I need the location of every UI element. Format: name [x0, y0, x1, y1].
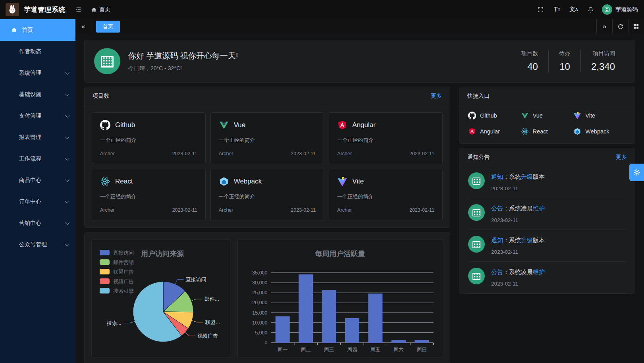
notice-date: 2023-02-11 [491, 281, 545, 287]
project-card-vue[interactable]: Vue 一个正经的简介 Archer 2023-02-11 [210, 112, 324, 164]
project-card-angular[interactable]: Angular 一个正经的简介 Archer 2023-02-11 [329, 112, 443, 164]
sidebar-item-system[interactable]: 系统管理 [0, 62, 75, 84]
greeting-card: 你好 芋道源码 祝你开心每一天! 今日晴，20°C - 32°C! 项目数 40… [84, 40, 635, 83]
svg-text:搜索...: 搜索... [106, 320, 121, 326]
tabs-scroll-right-button[interactable]: » [596, 19, 612, 34]
breadcrumb-label: 首页 [99, 6, 110, 13]
vite-icon [337, 176, 347, 187]
charts-card: 用户访问来源直接访问邮件营销联盟广告视频广告搜索引擎直接访问邮件...联盟...… [84, 232, 450, 363]
shortcut-angular[interactable]: Angular [468, 127, 521, 135]
main-content: 你好 芋道源码 祝你开心每一天! 今日晴，20°C - 32°C! 项目数 40… [75, 34, 644, 363]
notice-date: 2023-02-11 [491, 217, 545, 223]
project-date: 2023-02-11 [172, 151, 197, 156]
notices-more-link[interactable]: 更多 [616, 154, 627, 161]
notice-item[interactable]: 公告：系统凌晨维护 2023-02-11 [468, 262, 626, 293]
project-author: Archer [337, 207, 352, 213]
svg-text:30,000: 30,000 [252, 280, 267, 286]
sidebar-item-infra[interactable]: 基础设施 [0, 84, 75, 105]
chevron-down-icon [65, 92, 69, 96]
profile-qr-avatar [94, 48, 120, 74]
svg-text:联盟...: 联盟... [205, 319, 220, 325]
github-icon [468, 112, 476, 120]
fullscreen-icon[interactable] [534, 3, 547, 16]
chevron-down-icon [65, 156, 69, 160]
project-date: 2023-02-11 [409, 207, 434, 213]
username: 芋道源码 [615, 6, 638, 13]
sidebar-item-report[interactable]: 报表管理 [0, 127, 75, 148]
user-menu[interactable]: 芋道源码 [602, 4, 638, 15]
menu-fold-icon[interactable] [75, 6, 82, 13]
project-card-vite[interactable]: Vite 一个正经的简介 Archer 2023-02-11 [329, 169, 443, 220]
breadcrumb[interactable]: 首页 [91, 6, 110, 13]
notice-item[interactable]: 通知：系统升级版本 2023-02-11 [468, 230, 626, 262]
notice-avatar [468, 172, 485, 189]
svg-text:35,000: 35,000 [252, 270, 267, 276]
svg-text:25,000: 25,000 [252, 290, 267, 295]
settings-gear-button[interactable] [629, 164, 644, 181]
refresh-icon[interactable] [612, 19, 628, 34]
svg-text:邮件...: 邮件... [204, 296, 219, 302]
font-size-icon[interactable]: TT [550, 3, 564, 16]
translate-icon[interactable]: 文A [567, 3, 580, 16]
sidebar-item-product[interactable]: 商品中心 [0, 170, 75, 191]
chevron-down-icon [65, 113, 69, 118]
github-icon [100, 120, 110, 130]
svg-text:用户访问来源: 用户访问来源 [141, 250, 184, 258]
shortcut-webpack[interactable]: Webpack [573, 127, 626, 135]
tab-home[interactable]: 首页 [96, 21, 120, 33]
notification-bell-icon[interactable] [584, 3, 597, 16]
projects-more-link[interactable]: 更多 [431, 93, 442, 100]
chevron-down-icon [65, 220, 69, 225]
home-icon [11, 27, 17, 33]
notice-item[interactable]: 公告：系统凌晨维护 2023-02-11 [468, 198, 626, 230]
project-date: 2023-02-11 [291, 151, 316, 156]
project-date: 2023-02-11 [291, 207, 316, 213]
project-author: Archer [100, 207, 115, 213]
notice-item[interactable]: 通知：系统升级版本 2023-02-11 [468, 166, 626, 198]
user-avatar [602, 4, 612, 15]
react-icon [100, 176, 110, 187]
sidebar: 首页 作者动态 系统管理 基础设施 支付管理 报表管理 工作流程 商品中心 [0, 19, 75, 363]
app-title: 芋道管理系统 [24, 5, 66, 14]
svg-text:周四: 周四 [347, 347, 357, 353]
stat-visits: 项目访问 2,340 [580, 50, 625, 72]
svg-text:5,000: 5,000 [255, 330, 267, 336]
project-card-github[interactable]: Github 一个正经的简介 Archer 2023-02-11 [92, 112, 206, 164]
project-author: Archer [219, 207, 233, 213]
layout-grid-icon[interactable] [628, 19, 644, 34]
sidebar-item-payment[interactable]: 支付管理 [0, 105, 75, 127]
project-card-webpack[interactable]: Webpack 一个正经的简介 Archer 2023-02-11 [210, 169, 324, 220]
svg-text:视频广告: 视频广告 [113, 278, 134, 284]
sidebar-item-order[interactable]: 订单中心 [0, 191, 75, 212]
shortcut-react[interactable]: React [521, 127, 574, 135]
sidebar-item-wechat[interactable]: 公众号管理 [0, 234, 75, 255]
shortcut-vue[interactable]: Vue [521, 112, 574, 120]
greeting-subtitle: 今日晴，20°C - 32°C! [128, 65, 238, 72]
rabbit-logo-icon [7, 4, 17, 15]
tabs-scroll-left-button[interactable]: « [75, 19, 91, 34]
topbar: 芋道管理系统 首页 TT 文A 芋道源码 [0, 0, 644, 19]
sidebar-item-author-news[interactable]: 作者动态 [0, 41, 75, 62]
notice-avatar [468, 268, 485, 284]
vite-icon [573, 112, 581, 120]
gear-icon [633, 168, 641, 176]
project-author: Archer [219, 151, 233, 156]
svg-text:10,000: 10,000 [252, 320, 267, 326]
chevron-down-icon [65, 70, 69, 75]
webpack-icon [219, 176, 229, 187]
home-icon [91, 7, 97, 13]
svg-text:周一: 周一 [278, 347, 288, 353]
stat-projects: 项目数 40 [511, 50, 548, 72]
notice-date: 2023-02-11 [491, 185, 545, 191]
chevron-down-icon [65, 178, 69, 182]
project-card-react[interactable]: React 一个正经的简介 Archer 2023-02-11 [92, 169, 206, 220]
shortcut-github[interactable]: Github [468, 112, 521, 120]
sidebar-item-marketing[interactable]: 营销中心 [0, 212, 75, 234]
shortcuts-card: 快捷入口 Github [459, 87, 635, 144]
sidebar-item-home[interactable]: 首页 [0, 19, 75, 41]
pie-chart-user-source: 用户访问来源直接访问邮件营销联盟广告视频广告搜索引擎直接访问邮件...联盟...… [91, 239, 230, 357]
stat-todo: 待办 10 [548, 50, 580, 72]
shortcut-vite[interactable]: Vite [573, 112, 626, 120]
project-date: 2023-02-11 [409, 151, 434, 156]
sidebar-item-workflow[interactable]: 工作流程 [0, 148, 75, 170]
